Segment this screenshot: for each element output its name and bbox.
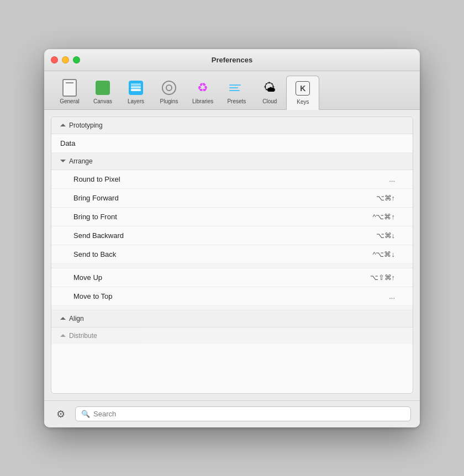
section-distribute-label: Distribute <box>69 332 97 340</box>
section-arrange-label: Arrange <box>69 157 93 165</box>
tab-layers[interactable]: Layers <box>119 76 152 109</box>
layers-icon <box>127 79 145 97</box>
key-label: Bring to Front <box>73 213 351 221</box>
traffic-lights <box>51 56 80 64</box>
presets-icon <box>228 79 245 97</box>
tab-canvas[interactable]: Canvas <box>86 76 119 109</box>
search-box[interactable]: 🔍 <box>75 406 411 421</box>
maximize-button[interactable] <box>73 56 80 64</box>
svg-rect-2 <box>131 83 141 86</box>
preferences-window: Preferences General Canvas <box>44 49 420 427</box>
gear-button[interactable]: ⚙ <box>53 406 68 422</box>
tab-libraries[interactable]: ♻ Libraries <box>186 76 220 109</box>
key-list: Prototyping Data Arrange Round to Pixel … <box>51 117 413 393</box>
tab-canvas-label: Canvas <box>93 98 112 104</box>
tab-plugins-label: Plugins <box>160 98 178 104</box>
collapse-icon <box>60 160 66 162</box>
tab-general-label: General <box>60 98 80 104</box>
plugins-icon <box>160 79 178 97</box>
tab-presets-label: Presets <box>227 98 246 104</box>
section-prototyping-label: Prototyping <box>69 121 103 129</box>
key-shortcut: ⌥⌘↓ <box>351 231 395 240</box>
libraries-icon: ♻ <box>194 79 212 97</box>
collapse-icon <box>60 124 66 126</box>
tab-keys-label: Keys <box>297 99 309 105</box>
tab-cloud[interactable]: 🌤 Cloud <box>253 76 286 109</box>
key-row-move-to-top: Move to Top ... <box>51 287 413 306</box>
tab-keys[interactable]: K Keys <box>286 76 319 110</box>
key-shortcut: ... <box>351 175 395 183</box>
collapse-icon <box>60 317 66 320</box>
tab-presets[interactable]: Presets <box>220 76 253 109</box>
key-row-send-backward: Send Backward ⌥⌘↓ <box>51 226 413 245</box>
key-label: Send Backward <box>73 231 351 240</box>
row-divider <box>51 264 413 268</box>
key-row-move-up: Move Up ⌥⇧⌘↑ <box>51 268 413 287</box>
tab-libraries-label: Libraries <box>192 98 213 104</box>
key-row-round-to-pixel: Round to Pixel ... <box>51 170 413 189</box>
key-label: Round to Pixel <box>73 175 351 183</box>
svg-rect-0 <box>131 89 141 91</box>
cloud-icon: 🌤 <box>261 79 278 97</box>
titlebar: Preferences <box>44 49 420 71</box>
key-label: Move Up <box>73 273 351 282</box>
close-button[interactable] <box>51 56 58 64</box>
svg-rect-1 <box>131 86 141 88</box>
section-arrange[interactable]: Arrange <box>51 153 413 170</box>
minimize-button[interactable] <box>62 56 69 64</box>
general-icon <box>61 79 78 97</box>
key-bindings-panel: Prototyping Data Arrange Round to Pixel … <box>51 117 413 394</box>
search-input[interactable] <box>93 410 405 418</box>
section-data-label: Data <box>60 139 395 147</box>
key-row-bring-forward: Bring Forward ⌥⌘↑ <box>51 189 413 208</box>
key-shortcut: ^⌥⌘↑ <box>351 213 395 221</box>
section-data[interactable]: Data <box>51 134 413 153</box>
tab-cloud-label: Cloud <box>262 98 277 104</box>
tab-general[interactable]: General <box>53 76 86 109</box>
tab-layers-label: Layers <box>128 98 144 104</box>
key-row-send-to-back: Send to Back ^⌥⌘↓ <box>51 245 413 264</box>
section-align-label: Align <box>69 315 84 322</box>
key-shortcut: ... <box>351 292 395 300</box>
bottombar: ⚙ 🔍 <box>44 400 420 427</box>
key-shortcut: ⌥⌘↑ <box>351 194 395 202</box>
section-align[interactable]: Align <box>51 310 413 327</box>
section-prototyping[interactable]: Prototyping <box>51 117 413 134</box>
key-label: Bring Forward <box>73 194 351 202</box>
collapse-icon <box>60 334 66 337</box>
gear-icon: ⚙ <box>56 408 65 420</box>
window-title: Preferences <box>212 56 252 64</box>
keys-icon: K <box>294 80 312 97</box>
toolbar: General Canvas Layers <box>44 71 420 110</box>
key-label: Move to Top <box>73 292 351 300</box>
tab-plugins[interactable]: Plugins <box>152 76 186 109</box>
row-divider <box>51 306 413 310</box>
canvas-icon <box>94 79 112 97</box>
key-label: Send to Back <box>73 250 351 258</box>
search-icon: 🔍 <box>81 410 90 418</box>
key-shortcut: ⌥⇧⌘↑ <box>351 273 395 282</box>
section-distribute[interactable]: Distribute <box>51 327 413 344</box>
key-shortcut: ^⌥⌘↓ <box>351 250 395 258</box>
key-row-bring-to-front: Bring to Front ^⌥⌘↑ <box>51 208 413 226</box>
